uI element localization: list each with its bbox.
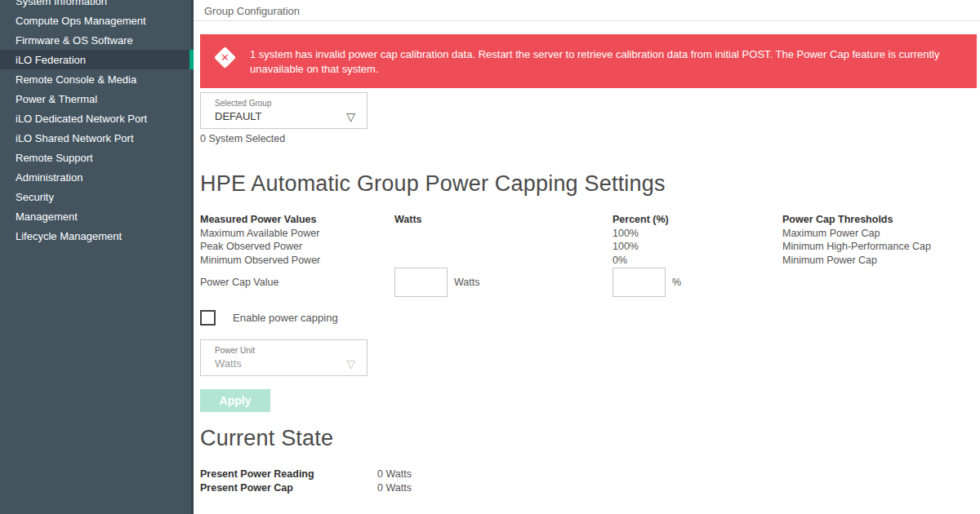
- ilo-app-window: System Information Compute Ops Managemen…: [0, 0, 980, 514]
- current-state-title: Current State: [200, 425, 980, 451]
- table-row: Present Power Reading 0 Watts: [200, 467, 980, 481]
- watts-value: [394, 240, 612, 254]
- enable-power-capping-label: Enable power capping: [233, 312, 338, 324]
- col-header-watts: Watts: [394, 213, 612, 227]
- sidebar-item-security[interactable]: Security: [0, 187, 194, 206]
- selected-group-dropdown[interactable]: Selected Group DEFAULT ▽: [200, 92, 368, 129]
- measured-power-table: Measured Power Values Watts Percent (%) …: [200, 213, 980, 267]
- enable-power-capping-row: Enable power capping: [200, 310, 980, 326]
- measured-label: Maximum Available Power: [200, 227, 394, 241]
- percent-unit-label: %: [672, 277, 681, 288]
- table-row: Peak Observed Power 100% Minimum High-Pe…: [200, 240, 980, 254]
- percent-value: 0%: [612, 254, 782, 268]
- sidebar-item-label: iLO Dedicated Network Port: [16, 113, 147, 125]
- power-cap-percent-input[interactable]: [612, 268, 666, 297]
- power-unit-value: Watts: [215, 357, 367, 370]
- threshold-label: Minimum High-Performance Cap: [782, 240, 980, 254]
- sidebar-item-ilo-dedicated-network-port[interactable]: iLO Dedicated Network Port: [0, 109, 194, 128]
- critical-diamond-x-icon: ✕: [214, 47, 237, 69]
- current-state-table: Present Power Reading 0 Watts Present Po…: [200, 467, 980, 495]
- sidebar-nav: System Information Compute Ops Managemen…: [0, 0, 194, 514]
- selected-group-label: Selected Group: [215, 99, 367, 108]
- sidebar-item-label: Management: [16, 210, 78, 223]
- alert-message: 1 system has invalid power cap calibrati…: [250, 47, 957, 77]
- threshold-label: Minimum Power Cap: [782, 254, 980, 268]
- sidebar-item-ilo-shared-network-port[interactable]: iLO Shared Network Port: [0, 128, 194, 148]
- power-cap-value-label: Power Cap Value: [200, 277, 394, 288]
- sidebar-item-power-thermal[interactable]: Power & Thermal: [0, 89, 194, 109]
- sidebar-item-label: iLO Shared Network Port: [16, 132, 134, 144]
- page-title: Group Configuration: [194, 0, 980, 21]
- sidebar-item-remote-support[interactable]: Remote Support: [0, 148, 194, 167]
- sidebar-item-label: Power & Thermal: [16, 93, 97, 105]
- table-row: Present Power Cap 0 Watts: [200, 481, 980, 495]
- percent-value: 100%: [612, 240, 782, 254]
- sidebar-item-label: Security: [16, 191, 54, 203]
- sidebar-item-administration[interactable]: Administration: [0, 167, 194, 187]
- power-cap-value-row: Power Cap Value Watts %: [200, 267, 980, 298]
- power-unit-dropdown[interactable]: Power Unit Watts ▽: [200, 339, 368, 376]
- measured-label: Minimum Observed Power: [200, 254, 394, 268]
- power-unit-label: Power Unit: [215, 346, 367, 355]
- chevron-down-icon: ▽: [346, 111, 355, 122]
- system-selected-status: 0 System Selected: [200, 133, 980, 144]
- col-header-thresholds: Power Cap Thresholds: [782, 213, 980, 227]
- watts-value: [394, 254, 612, 268]
- sidebar-item-lifecycle-management[interactable]: Lifecycle Management: [0, 226, 194, 246]
- sidebar-item-label: Firmware & OS Software: [16, 34, 133, 47]
- critical-alert-banner: ✕ 1 system has invalid power cap calibra…: [200, 34, 977, 88]
- watts-value: [394, 227, 612, 241]
- power-capping-settings-title: HPE Automatic Group Power Capping Settin…: [200, 171, 980, 197]
- chevron-down-icon: ▽: [346, 358, 355, 370]
- sidebar-item-remote-console-media[interactable]: Remote Console & Media: [0, 69, 194, 89]
- selected-indicator: [189, 50, 194, 69]
- sidebar-item-label: iLO Federation: [16, 54, 86, 66]
- sidebar-item-label: Remote Support: [16, 152, 93, 164]
- measured-label: Peak Observed Power: [200, 240, 394, 254]
- enable-power-capping-checkbox[interactable]: [200, 310, 216, 326]
- sidebar-item-label: Administration: [16, 171, 82, 184]
- sidebar-item-system-information[interactable]: System Information: [0, 0, 194, 11]
- power-cap-watts-input[interactable]: [394, 268, 448, 297]
- present-power-reading-value: 0 Watts: [377, 467, 980, 481]
- col-header-measured: Measured Power Values: [200, 213, 394, 227]
- main-content: Group Configuration ✕ 1 system has inval…: [194, 0, 980, 514]
- present-power-cap-label: Present Power Cap: [200, 481, 377, 495]
- sidebar-item-label: Compute Ops Management: [16, 15, 146, 27]
- sidebar-item-firmware-os-software[interactable]: Firmware & OS Software: [0, 30, 194, 50]
- selected-group-value: DEFAULT: [215, 110, 367, 122]
- table-row: Minimum Observed Power 0% Minimum Power …: [200, 254, 980, 268]
- present-power-reading-label: Present Power Reading: [200, 467, 377, 481]
- sidebar-item-compute-ops-management[interactable]: Compute Ops Management: [0, 11, 194, 30]
- sidebar-item-management[interactable]: Management: [0, 206, 194, 226]
- watts-unit-label: Watts: [454, 277, 479, 288]
- table-header-row: Measured Power Values Watts Percent (%) …: [200, 213, 980, 227]
- sidebar-item-label: Lifecycle Management: [16, 230, 122, 242]
- col-header-percent: Percent (%): [612, 213, 782, 227]
- apply-button[interactable]: Apply: [200, 389, 270, 412]
- percent-value: 100%: [612, 227, 782, 241]
- present-power-cap-value: 0 Watts: [377, 481, 980, 495]
- sidebar-item-label: Remote Console & Media: [16, 73, 136, 86]
- sidebar-item-ilo-federation[interactable]: iLO Federation: [0, 50, 194, 69]
- threshold-label: Maximum Power Cap: [782, 227, 980, 241]
- table-row: Maximum Available Power 100% Maximum Pow…: [200, 227, 980, 241]
- sidebar-item-label: System Information: [16, 0, 107, 7]
